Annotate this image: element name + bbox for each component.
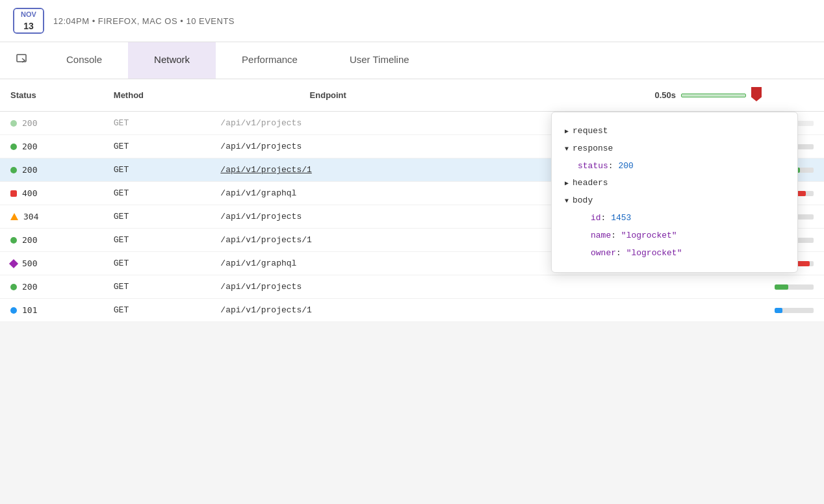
method-cell: GET bbox=[103, 252, 211, 275]
endpoint-cell: /api/v1/projects/1 bbox=[210, 299, 446, 322]
collapse-arrow-body[interactable]: ▼ bbox=[565, 196, 569, 207]
status-icon-blue bbox=[10, 307, 17, 314]
session-meta: 12:04PM • FIREFOX, MAC OS • 10 EVENTS bbox=[53, 16, 235, 26]
status-icon-green bbox=[10, 144, 17, 150]
status-cell: 200 bbox=[0, 112, 103, 135]
status-icon-green bbox=[10, 167, 17, 173]
col-endpoint: Endpoint bbox=[210, 79, 446, 112]
status-icon-green bbox=[10, 237, 17, 244]
dom-icon[interactable] bbox=[5, 42, 40, 79]
status-cell: 200 bbox=[0, 158, 103, 182]
endpoint-cell: /api/v1/projects/1 bbox=[210, 229, 446, 252]
status-icon-purple-dia bbox=[9, 258, 18, 268]
endpoint-cell: /api/v1/projects bbox=[210, 205, 446, 229]
status-cell: 500 bbox=[0, 252, 103, 275]
method-cell: GET bbox=[103, 135, 211, 158]
timeline-bar bbox=[681, 94, 746, 97]
endpoint-cell: /api/v1/projects bbox=[210, 135, 446, 158]
col-status: Status bbox=[0, 79, 103, 112]
tab-performance[interactable]: Performance bbox=[216, 42, 324, 79]
col-timing: 0.50s bbox=[446, 79, 824, 112]
status-cell: 400 bbox=[0, 182, 103, 205]
method-cell: GET bbox=[103, 112, 211, 135]
main-content: Status Method Endpoint 0.50s bbox=[0, 79, 824, 322]
detail-body-row[interactable]: ▼ body bbox=[565, 192, 784, 210]
detail-status-row: status : 200 bbox=[578, 158, 784, 175]
timing-cell bbox=[446, 299, 824, 322]
collapse-arrow-headers[interactable]: ▶ bbox=[565, 179, 569, 189]
endpoint-cell: /api/v1/projects/1 bbox=[210, 158, 446, 182]
tab-network[interactable]: Network bbox=[128, 42, 216, 79]
endpoint-cell: /api/v1/graphql bbox=[210, 252, 446, 275]
detail-panel: ▶ request ▼ response status : 200 ▶ head… bbox=[551, 112, 798, 273]
tab-user-timeline[interactable]: User Timeline bbox=[324, 42, 435, 79]
calendar-badge: NOV 13 bbox=[13, 8, 44, 34]
status-cell: 304 bbox=[0, 205, 103, 229]
status-cell: 200 bbox=[0, 229, 103, 252]
detail-request-row[interactable]: ▶ request bbox=[565, 123, 784, 140]
method-cell: GET bbox=[103, 299, 211, 322]
status-cell: 101 bbox=[0, 299, 103, 322]
method-cell: GET bbox=[103, 205, 211, 229]
red-pin bbox=[751, 87, 762, 103]
detail-name-row: name : "logrocket" bbox=[591, 227, 784, 245]
status-cell: 200 bbox=[0, 135, 103, 158]
status-icon-green bbox=[10, 284, 17, 290]
endpoint-cell: /api/v1/projects bbox=[210, 112, 446, 135]
tab-bar: Console Network Performance User Timelin… bbox=[0, 42, 824, 79]
status-icon-red bbox=[10, 190, 17, 197]
detail-id-row: id : 1453 bbox=[591, 210, 784, 227]
table-row[interactable]: 101 GET /api/v1/projects/1 bbox=[0, 299, 824, 322]
collapse-arrow-response[interactable]: ▼ bbox=[565, 144, 569, 155]
method-cell: GET bbox=[103, 158, 211, 182]
calendar-month: NOV bbox=[14, 9, 43, 19]
calendar-day: 13 bbox=[14, 19, 43, 32]
status-cell: 200 bbox=[0, 275, 103, 299]
method-cell: GET bbox=[103, 229, 211, 252]
detail-response-row[interactable]: ▼ response bbox=[565, 140, 784, 158]
collapse-arrow-request[interactable]: ▶ bbox=[565, 127, 569, 137]
endpoint-cell: /api/v1/projects bbox=[210, 275, 446, 299]
detail-headers-row[interactable]: ▶ headers bbox=[565, 175, 784, 192]
detail-owner-row: owner : "logrocket" bbox=[591, 245, 784, 262]
status-icon-orange-tri bbox=[10, 213, 18, 220]
method-cell: GET bbox=[103, 182, 211, 205]
top-bar: NOV 13 12:04PM • FIREFOX, MAC OS • 10 EV… bbox=[0, 0, 824, 42]
table-row[interactable]: 200 GET /api/v1/projects bbox=[0, 275, 824, 299]
status-icon-green bbox=[10, 120, 17, 127]
timing-cell bbox=[446, 275, 824, 299]
endpoint-cell: /api/v1/graphql bbox=[210, 182, 446, 205]
tab-console[interactable]: Console bbox=[40, 42, 128, 79]
col-method: Method bbox=[103, 79, 211, 112]
method-cell: GET bbox=[103, 275, 211, 299]
